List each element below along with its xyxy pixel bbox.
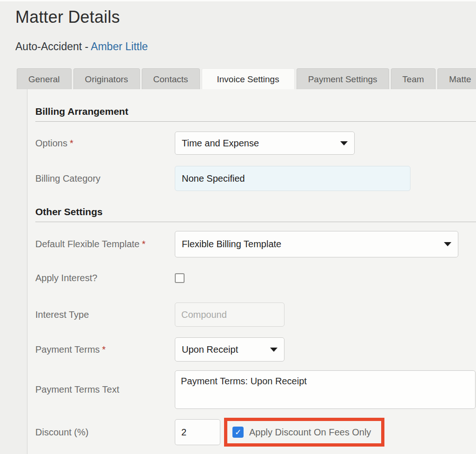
billing-category-field[interactable]: None Specified bbox=[175, 166, 410, 191]
tab-originators[interactable]: Originators bbox=[73, 68, 140, 89]
field-row-apply-interest: Apply Interest? bbox=[35, 273, 476, 283]
tab-contacts[interactable]: Contacts bbox=[142, 68, 200, 89]
section-heading-billing-arrangement: Billing Arrangement bbox=[35, 106, 476, 122]
interest-type-label: Interest Type bbox=[35, 309, 175, 320]
options-label: Options* bbox=[35, 138, 175, 149]
field-row-payment-terms-text: Payment Terms Text Payment Terms: Upon R… bbox=[35, 370, 476, 409]
payment-terms-text-area[interactable]: Payment Terms: Upon Receipt bbox=[175, 370, 476, 409]
chevron-down-icon bbox=[444, 242, 451, 246]
page-title: Matter Details bbox=[15, 7, 476, 27]
tab-general[interactable]: General bbox=[17, 68, 72, 89]
tab-bar: General Originators Contacts Invoice Set… bbox=[17, 68, 476, 89]
apply-discount-fees-only-label: Apply Discount On Fees Only bbox=[249, 427, 371, 438]
apply-interest-label: Apply Interest? bbox=[35, 273, 175, 283]
options-dropdown-value: Time and Expense bbox=[182, 138, 259, 149]
invoice-settings-panel: Billing Arrangement Options* Time and Ex… bbox=[27, 89, 476, 454]
field-row-default-flexible-template: Default Flexible Template* Flexible Bill… bbox=[35, 231, 476, 257]
options-dropdown[interactable]: Time and Expense bbox=[175, 132, 355, 155]
matter-subtitle: Auto-Accident - Amber Little bbox=[15, 40, 476, 53]
required-asterisk: * bbox=[102, 344, 106, 355]
required-asterisk: * bbox=[70, 138, 73, 148]
apply-interest-checkbox[interactable] bbox=[175, 273, 185, 283]
matter-name: Auto-Accident - bbox=[15, 40, 91, 53]
discount-input[interactable] bbox=[175, 419, 220, 445]
apply-discount-fees-only-checkbox[interactable]: ✓ bbox=[232, 427, 244, 438]
default-flexible-template-label: Default Flexible Template* bbox=[35, 239, 175, 250]
default-flexible-template-value: Flexible Billing Template bbox=[182, 239, 281, 250]
client-link[interactable]: Amber Little bbox=[91, 40, 148, 53]
payment-terms-label: Payment Terms* bbox=[35, 344, 175, 355]
chevron-down-icon bbox=[340, 141, 348, 145]
tab-invoice-settings[interactable]: Invoice Settings bbox=[202, 68, 295, 89]
highlight-annotation: ✓ Apply Discount On Fees Only bbox=[224, 418, 384, 447]
payment-terms-text-label: Payment Terms Text bbox=[35, 384, 175, 395]
billing-category-value: None Specified bbox=[182, 173, 245, 184]
page-header: Matter Details Auto-Accident - Amber Lit… bbox=[15, 7, 476, 53]
field-row-billing-category: Billing Category None Specified bbox=[35, 166, 476, 191]
billing-category-label: Billing Category bbox=[35, 173, 175, 184]
tab-matter-truncated[interactable]: Matte bbox=[437, 68, 476, 89]
interest-type-input bbox=[175, 303, 284, 327]
discount-label: Discount (%) bbox=[35, 427, 175, 438]
field-row-discount: Discount (%) ✓ Apply Discount On Fees On… bbox=[35, 418, 476, 447]
chevron-down-icon bbox=[270, 348, 278, 352]
payment-terms-dropdown[interactable]: Upon Receipt bbox=[175, 337, 284, 362]
tab-payment-settings[interactable]: Payment Settings bbox=[297, 68, 389, 89]
checkmark-icon: ✓ bbox=[235, 428, 241, 436]
top-edge bbox=[0, 0, 476, 1]
payment-terms-value: Upon Receipt bbox=[182, 344, 238, 355]
panel-spacer bbox=[35, 89, 476, 106]
tab-team[interactable]: Team bbox=[391, 68, 436, 89]
section-heading-other-settings: Other Settings bbox=[35, 206, 476, 222]
field-row-options: Options* Time and Expense bbox=[35, 132, 476, 155]
required-asterisk: * bbox=[142, 239, 145, 249]
default-flexible-template-dropdown[interactable]: Flexible Billing Template bbox=[175, 231, 458, 257]
field-row-payment-terms: Payment Terms* Upon Receipt bbox=[35, 337, 476, 362]
field-row-interest-type: Interest Type bbox=[35, 303, 476, 327]
